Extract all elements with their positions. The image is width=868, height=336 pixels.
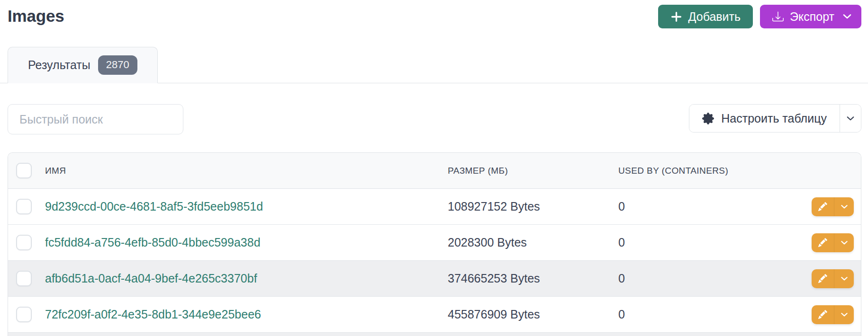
row-actions-dropdown[interactable] bbox=[834, 197, 854, 216]
edit-button[interactable] bbox=[812, 197, 834, 216]
chevron-down-icon bbox=[842, 14, 852, 19]
column-header-used-by[interactable]: USED BY (CONTAINERS) bbox=[618, 166, 805, 176]
row-actions-split-button bbox=[812, 305, 854, 324]
table-row: 9d239ccd-00ce-4681-8af5-3fd5eeb9851d 108… bbox=[8, 189, 861, 225]
row-actions-dropdown[interactable] bbox=[834, 233, 854, 252]
search-input[interactable] bbox=[8, 104, 183, 134]
add-button[interactable]: Добавить bbox=[658, 5, 753, 28]
configure-table-split-button: Настроить таблицу bbox=[689, 104, 861, 133]
used-by-value: 0 bbox=[618, 272, 805, 285]
table-row: afb6d51a-0acf-4a04-9bef-4e265c3370bf 374… bbox=[8, 261, 861, 297]
image-name-link[interactable]: 72fc209f-a0f2-4e35-8db1-344e9e25bee6 bbox=[45, 308, 261, 321]
edit-button[interactable] bbox=[812, 269, 834, 288]
row-actions-dropdown[interactable] bbox=[834, 269, 854, 288]
size-value: 455876909 Bytes bbox=[448, 308, 618, 321]
page-header: Images Добавить Экспорт bbox=[0, 0, 868, 28]
page-title: Images bbox=[8, 5, 64, 26]
table-row-partial bbox=[8, 333, 861, 336]
row-actions-split-button bbox=[812, 269, 854, 288]
plus-icon bbox=[670, 11, 682, 23]
image-name-link[interactable]: fc5fdd84-a756-4efb-85d0-4bbec599a38d bbox=[45, 236, 261, 249]
add-button-label: Добавить bbox=[688, 10, 741, 24]
table-row: fc5fdd84-a756-4efb-85d0-4bbec599a38d 202… bbox=[8, 225, 861, 261]
used-by-value: 0 bbox=[618, 200, 805, 213]
image-name-link[interactable]: afb6d51a-0acf-4a04-9bef-4e265c3370bf bbox=[45, 272, 257, 285]
tab-results-label: Результаты bbox=[28, 58, 90, 72]
row-checkbox[interactable] bbox=[16, 307, 32, 322]
header-actions: Добавить Экспорт bbox=[658, 5, 861, 28]
toolbar: Настроить таблицу bbox=[0, 104, 868, 134]
chevron-down-icon bbox=[841, 204, 848, 209]
chevron-down-icon bbox=[841, 276, 848, 281]
gear-icon bbox=[702, 113, 714, 124]
size-value: 374665253 Bytes bbox=[448, 272, 618, 285]
row-checkbox[interactable] bbox=[16, 235, 32, 250]
results-count-badge: 2870 bbox=[98, 55, 137, 75]
row-actions-split-button bbox=[812, 197, 854, 216]
size-value: 108927152 Bytes bbox=[448, 200, 618, 213]
tab-results[interactable]: Результаты 2870 bbox=[8, 47, 158, 83]
results-table: ИМЯ РАЗМЕР (МБ) USED BY (CONTAINERS) 9d2… bbox=[8, 152, 861, 336]
select-all-checkbox[interactable] bbox=[16, 163, 32, 178]
download-icon bbox=[772, 11, 784, 22]
chevron-down-icon bbox=[841, 240, 848, 245]
pencil-icon bbox=[818, 274, 827, 283]
row-actions-dropdown[interactable] bbox=[834, 305, 854, 324]
configure-table-button[interactable]: Настроить таблицу bbox=[689, 105, 840, 132]
used-by-value: 0 bbox=[618, 308, 805, 321]
table-header-row: ИМЯ РАЗМЕР (МБ) USED BY (CONTAINERS) bbox=[8, 153, 861, 189]
configure-table-label: Настроить таблицу bbox=[721, 112, 827, 125]
table-body: 9d239ccd-00ce-4681-8af5-3fd5eeb9851d 108… bbox=[8, 189, 861, 333]
chevron-down-icon bbox=[841, 312, 848, 317]
pencil-icon bbox=[818, 310, 827, 319]
edit-button[interactable] bbox=[812, 305, 834, 324]
configure-table-dropdown[interactable] bbox=[840, 105, 861, 132]
image-name-link[interactable]: 9d239ccd-00ce-4681-8af5-3fd5eeb9851d bbox=[45, 200, 263, 213]
used-by-value: 0 bbox=[618, 236, 805, 249]
pencil-icon bbox=[818, 238, 827, 247]
edit-button[interactable] bbox=[812, 233, 834, 252]
row-checkbox[interactable] bbox=[16, 199, 32, 214]
export-button[interactable]: Экспорт bbox=[760, 5, 861, 28]
row-actions-split-button bbox=[812, 233, 854, 252]
table-row: 72fc209f-a0f2-4e35-8db1-344e9e25bee6 455… bbox=[8, 297, 861, 333]
pencil-icon bbox=[818, 202, 827, 211]
row-checkbox[interactable] bbox=[16, 271, 32, 286]
column-header-size[interactable]: РАЗМЕР (МБ) bbox=[448, 166, 618, 176]
tab-bar: Результаты 2870 bbox=[0, 47, 868, 83]
size-value: 2028300 Bytes bbox=[448, 236, 618, 249]
chevron-down-icon bbox=[846, 116, 855, 121]
export-button-label: Экспорт bbox=[790, 10, 834, 24]
column-header-name[interactable]: ИМЯ bbox=[45, 166, 448, 176]
